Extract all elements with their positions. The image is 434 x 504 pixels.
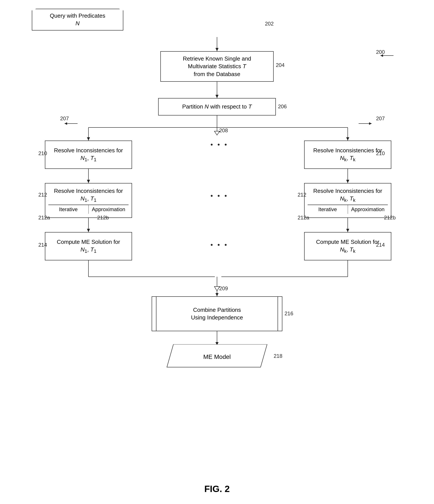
retrieve-box: Retrieve Known Single andMultivariate St… [160, 51, 274, 82]
resolvek-mid-ref-b: 212b [384, 215, 396, 221]
dots-top: • • • [210, 141, 228, 149]
ref-208: 208 [219, 127, 228, 134]
partition-ref: 206 [278, 104, 287, 110]
diagram: Query with Predicates N 202 200 Retrieve… [32, 9, 402, 477]
svg-marker-25 [214, 287, 220, 291]
ref-207-right: 207 [376, 116, 385, 122]
resolvek-mid-box: Resolve Inconsistencies forNk, Tk Iterat… [304, 183, 391, 218]
partition-box: Partition N with respect to T [158, 98, 276, 116]
svg-marker-17 [346, 180, 349, 183]
resolvek-mid-ref: 212 [298, 192, 306, 198]
fig-caption: FIG. 2 [204, 484, 230, 494]
resolvek-mid-ref-a: 212a [298, 215, 309, 221]
svg-text:ME Model: ME Model [203, 353, 231, 360]
arrow-200 [378, 51, 396, 60]
resolvek-mid-approximation: Approximation [348, 205, 388, 214]
dots-mid: • • • [210, 192, 228, 200]
dots-bot: • • • [210, 241, 228, 249]
ref-209: 209 [219, 286, 228, 292]
svg-marker-15 [87, 229, 90, 232]
arrow-207-left [62, 120, 80, 127]
svg-marker-31 [380, 54, 383, 57]
me-model-ref: 218 [274, 353, 282, 359]
svg-marker-33 [64, 122, 67, 125]
svg-marker-1 [216, 48, 218, 51]
resolve1-mid-iterative: Iterative [48, 205, 89, 214]
svg-marker-11 [214, 131, 220, 135]
resolve1-mid-ref-b: 212b [97, 215, 109, 221]
arrow-207-right [356, 120, 374, 127]
resolvek-mid-iterative: Iterative [308, 205, 348, 214]
me-model-svg: ME Model [163, 344, 271, 368]
combine-box: Combine PartitionsUsing Independence [152, 296, 282, 331]
resolve1-top-ref: 210 [38, 150, 47, 156]
combine-ref: 216 [285, 311, 293, 317]
svg-marker-19 [346, 229, 349, 232]
svg-marker-7 [87, 137, 90, 141]
computek-ref: 214 [376, 242, 385, 248]
resolve1-mid-ref: 212 [38, 192, 47, 198]
svg-marker-9 [346, 137, 349, 141]
compute1-box: Compute ME Solution forN1, T1 [45, 232, 132, 260]
resolve1-mid-box: Resolve Inconsistencies forN1, T1 Iterat… [45, 183, 132, 218]
resolve1-top-box: Resolve Inconsistencies forN1, T1 [45, 141, 132, 169]
svg-marker-27 [216, 293, 218, 296]
query-sublabel: N [76, 20, 80, 27]
compute1-ref: 214 [38, 242, 47, 248]
svg-marker-3 [216, 95, 218, 98]
query-label: Query with Predicates [50, 12, 105, 20]
resolve1-mid-approximation: Approximation [89, 205, 129, 214]
partition-label: Partition N with respect to T [182, 103, 252, 110]
resolve1-mid-ref-a: 212a [38, 215, 50, 221]
retrieve-label: Retrieve Known Single andMultivariate St… [183, 55, 251, 78]
query-box: Query with Predicates N [32, 9, 123, 30]
resolvek-top-ref: 210 [376, 150, 385, 156]
svg-marker-35 [369, 122, 372, 125]
retrieve-ref: 204 [276, 62, 285, 68]
svg-marker-13 [87, 180, 90, 183]
query-ref: 202 [265, 21, 274, 27]
